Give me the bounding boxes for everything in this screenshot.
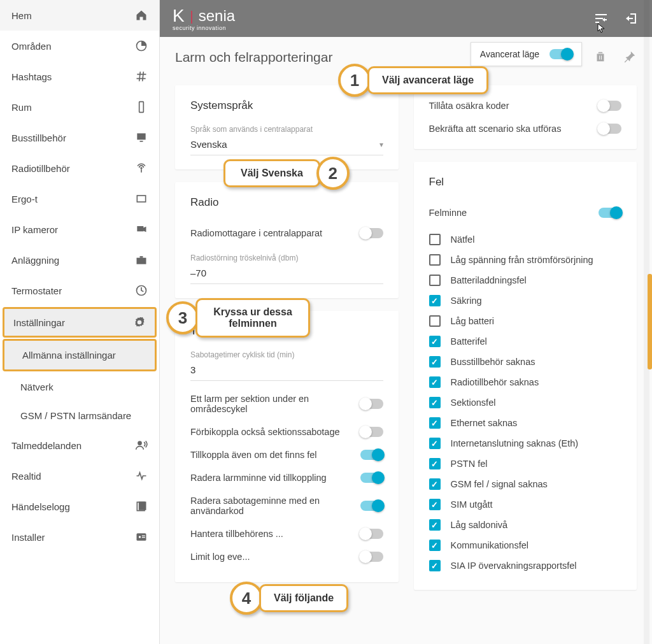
sidebar-item-talmeddelanden[interactable]: Talmeddelanden [0, 430, 159, 461]
arming-toggle-1[interactable] [360, 427, 383, 437]
sabotage-timer-value[interactable]: 3 [190, 362, 383, 381]
delete-icon[interactable] [593, 50, 607, 64]
sidebar-item-omr-den[interactable]: Områden [0, 31, 159, 61]
checkbox-icon [429, 356, 441, 368]
arming-row-label: Tillkoppla även om det finns fel [190, 450, 353, 460]
fel-check-16[interactable]: SIA IP övervakningsrapportsfel [429, 555, 622, 576]
svg-rect-9 [139, 502, 146, 510]
checkbox-icon [429, 458, 441, 469]
fel-label: Nätfel [451, 234, 475, 245]
sidebar-item-termostater[interactable]: Termostater [0, 275, 159, 306]
fel-check-0[interactable]: Nätfel [429, 229, 622, 250]
sidebar-item-hem[interactable]: Hem [0, 0, 159, 31]
checkbox-icon [429, 560, 441, 571]
page-title: Larm och felrapporteringar [175, 50, 399, 65]
arming-toggle-2[interactable] [360, 450, 383, 460]
sidebar-item-radiotillbeh-r[interactable]: Radiotillbehör [0, 153, 159, 183]
svg-rect-0 [139, 102, 144, 113]
thermo-icon [135, 284, 148, 297]
fel-check-5[interactable]: Batterifel [429, 331, 622, 352]
sidebar-item-rum[interactable]: Rum [0, 92, 159, 122]
log-icon [135, 500, 148, 513]
advanced-mode-toggle[interactable] [549, 49, 572, 59]
fel-check-8[interactable]: Sektionsfel [429, 392, 622, 413]
sidebar-item-ergo-t[interactable]: Ergo-t [0, 183, 159, 214]
advanced-mode-popup: Avancerat läge [471, 42, 582, 66]
arming-toggle-6[interactable] [360, 552, 383, 562]
pin-icon[interactable] [623, 50, 637, 64]
rect-icon [135, 192, 148, 205]
checkbox-icon [429, 336, 441, 347]
arming-card-title: Tillkoppling [190, 325, 383, 338]
checkbox-icon [429, 234, 441, 245]
sidebar-item-busstillbeh-r[interactable]: Busstillbehör [0, 122, 159, 153]
checkbox-icon [429, 540, 441, 551]
fel-check-11[interactable]: PSTN fel [429, 454, 622, 474]
fel-label: Låg batteri [451, 316, 495, 326]
felminne-label: Felminne [429, 208, 592, 218]
fel-check-1[interactable]: Låg spänning från strömförsörjning [429, 250, 622, 270]
language-select[interactable]: Svenska ▾ [190, 136, 383, 155]
fel-check-2[interactable]: Batteriladdningsfel [429, 270, 622, 290]
sidebar-item-allm-nna-inst-llningar[interactable]: Allmänna inställningar [3, 339, 157, 371]
fel-check-10[interactable]: Internetanslutning saknas (Eth) [429, 433, 622, 454]
fel-check-15[interactable]: Kommunikationsfel [429, 535, 622, 555]
scrollbar-thumb[interactable] [648, 274, 652, 369]
security-toggle-1[interactable] [599, 124, 621, 134]
arming-row-label: Radera sabotageminne med en användarkod [190, 496, 353, 516]
arming-row-label: Radera larmminne vid tillkoppling [190, 473, 353, 483]
fel-label: Ethernet saknas [451, 418, 518, 428]
arming-row-label: Förbikoppla också sektionssabotage [190, 427, 353, 437]
radio-card: Radio Radiomottagare i centralapparat Ra… [175, 182, 399, 298]
radio-noise-label: Radiostörning tröskelnivå (dbm) [190, 254, 383, 262]
fel-label: Busstillbehör saknas [451, 357, 535, 367]
fel-label: Kommunikationsfel [451, 540, 529, 550]
checkbox-icon [429, 397, 441, 408]
fel-check-14[interactable]: Låg saldonivå [429, 515, 622, 535]
fel-label: Batteriladdningsfel [451, 275, 527, 285]
sidebar-item-inst-llningar[interactable]: Inställningar [3, 307, 157, 338]
fel-check-7[interactable]: Radiotillbehör saknas [429, 372, 622, 392]
sidebar-item-n-tverk[interactable]: Nätverk [0, 373, 159, 401]
arming-row-label: Hantera tillbehörens ... [190, 529, 353, 539]
fel-check-12[interactable]: GSM fel / signal saknas [429, 474, 622, 494]
fel-check-6[interactable]: Busstillbehör saknas [429, 352, 622, 372]
checkbox-icon [429, 295, 441, 306]
sidebar-item-gsm-pstn-larms-ndare[interactable]: GSM / PSTN larmsändare [0, 401, 159, 430]
fel-check-4[interactable]: Låg batteri [429, 311, 622, 331]
pulse-icon [135, 469, 148, 482]
fel-check-3[interactable]: Säkring [429, 290, 622, 311]
sidebar-item-installer[interactable]: Installer [0, 522, 159, 552]
language-field-label: Språk som används i centralapparat [190, 125, 383, 134]
fel-label: GSM fel / signal saknas [451, 479, 548, 489]
sidebar-item-anl-ggning[interactable]: Anläggning [0, 245, 159, 275]
svg-rect-2 [140, 141, 143, 142]
checkbox-icon [429, 376, 441, 388]
radio-receiver-toggle[interactable] [360, 228, 383, 238]
svg-rect-1 [137, 133, 145, 140]
sidebar-item-h-ndelselogg[interactable]: Händelselogg [0, 491, 159, 522]
language-card: Systemspråk Språk som används i centrala… [175, 85, 399, 169]
checkbox-icon [429, 275, 441, 286]
security-toggle-0[interactable] [599, 101, 621, 111]
felminne-toggle[interactable] [599, 208, 621, 218]
fel-check-13[interactable]: SIM utgått [429, 494, 622, 515]
arming-toggle-4[interactable] [360, 501, 383, 511]
arming-toggle-0[interactable] [360, 399, 383, 409]
security-row-label: Bekräfta att scenario ska utföras [429, 124, 592, 134]
fel-card-title: Fel [429, 176, 622, 189]
svg-rect-4 [137, 196, 145, 202]
sidebar-item-ip-kameror[interactable]: IP kameror [0, 214, 159, 245]
sidebar-item-hashtags[interactable]: Hashtags [0, 61, 159, 92]
hash-icon [135, 70, 148, 83]
fel-label: Sektionsfel [451, 397, 496, 408]
fel-card: Fel Felminne NätfelLåg spänning från str… [414, 162, 637, 590]
arming-toggle-5[interactable] [360, 529, 383, 539]
logout-icon[interactable] [624, 11, 639, 26]
arming-toggle-3[interactable] [360, 473, 383, 483]
advanced-mode-label: Avancerat läge [480, 49, 539, 59]
camera-icon [135, 223, 148, 236]
radio-noise-value[interactable]: –70 [190, 265, 383, 284]
sidebar-item-realtid[interactable]: Realtid [0, 461, 159, 491]
fel-check-9[interactable]: Ethernet saknas [429, 413, 622, 433]
